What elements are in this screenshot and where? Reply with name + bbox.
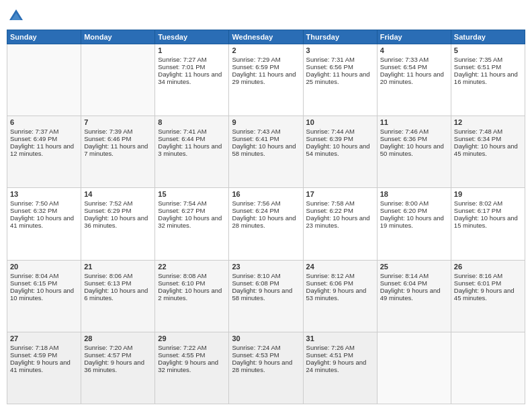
- sunrise: Sunrise: 7:44 AM: [306, 128, 355, 135]
- day-number: 2: [232, 46, 300, 54]
- sunrise: Sunrise: 7:35 AM: [454, 56, 502, 63]
- sunrise: Sunrise: 7:39 AM: [84, 128, 132, 135]
- calendar-cell: 10 Sunrise: 7:44 AM Sunset: 6:39 PM Dayl…: [303, 116, 377, 188]
- calendar-cell: 22 Sunrise: 8:08 AM Sunset: 6:10 PM Dayl…: [155, 260, 229, 332]
- daylight: Daylight: 9 hours and 45 minutes.: [454, 287, 515, 302]
- day-number: 1: [158, 46, 226, 54]
- sunset: Sunset: 4:51 PM: [306, 351, 353, 359]
- sunrise: Sunrise: 8:04 AM: [10, 272, 58, 279]
- calendar-cell: 17 Sunrise: 7:58 AM Sunset: 6:22 PM Dayl…: [303, 188, 377, 260]
- sunset: Sunset: 6:17 PM: [454, 207, 501, 214]
- daylight: Daylight: 10 hours and 2 minutes.: [158, 287, 222, 302]
- sunset: Sunset: 4:55 PM: [158, 351, 205, 359]
- sunset: Sunset: 6:46 PM: [84, 135, 131, 142]
- sunset: Sunset: 6:29 PM: [84, 207, 131, 214]
- day-number: 19: [454, 190, 522, 198]
- sunrise: Sunrise: 8:08 AM: [158, 272, 206, 279]
- col-saturday: Saturday: [451, 30, 525, 44]
- sunrise: Sunrise: 7:46 AM: [380, 128, 429, 135]
- header: [7, 7, 525, 26]
- sunrise: Sunrise: 8:10 AM: [232, 272, 280, 279]
- day-number: 15: [158, 190, 226, 198]
- calendar-cell: 6 Sunrise: 7:37 AM Sunset: 6:49 PM Dayli…: [7, 116, 81, 188]
- calendar-week-row: 20 Sunrise: 8:04 AM Sunset: 6:15 PM Dayl…: [7, 260, 525, 332]
- sunrise: Sunrise: 7:43 AM: [232, 128, 280, 135]
- page: Sunday Monday Tuesday Wednesday Thursday…: [0, 0, 532, 411]
- day-number: 6: [10, 118, 78, 126]
- col-wednesday: Wednesday: [229, 30, 303, 44]
- calendar-cell: [81, 44, 155, 116]
- sunset: Sunset: 4:59 PM: [10, 351, 57, 359]
- daylight: Daylight: 9 hours and 41 minutes.: [10, 359, 71, 373]
- calendar-cell: 31 Sunrise: 7:26 AM Sunset: 4:51 PM Dayl…: [303, 332, 377, 404]
- daylight: Daylight: 10 hours and 19 minutes.: [380, 214, 444, 229]
- sunset: Sunset: 6:20 PM: [380, 207, 427, 214]
- sunrise: Sunrise: 8:00 AM: [380, 199, 429, 207]
- calendar-cell: 1 Sunrise: 7:27 AM Sunset: 7:01 PM Dayli…: [155, 44, 229, 116]
- sunset: Sunset: 6:49 PM: [10, 135, 57, 142]
- sunrise: Sunrise: 7:41 AM: [158, 128, 206, 135]
- daylight: Daylight: 9 hours and 53 minutes.: [306, 287, 367, 302]
- col-monday: Monday: [81, 30, 155, 44]
- sunset: Sunset: 4:57 PM: [84, 351, 131, 359]
- day-number: 26: [454, 263, 522, 271]
- sunrise: Sunrise: 8:02 AM: [454, 199, 502, 207]
- daylight: Daylight: 10 hours and 41 minutes.: [10, 214, 74, 229]
- daylight: Daylight: 11 hours and 12 minutes.: [10, 142, 74, 157]
- logo-icon: [7, 7, 26, 26]
- daylight: Daylight: 11 hours and 7 minutes.: [84, 142, 148, 157]
- sunrise: Sunrise: 7:56 AM: [232, 199, 280, 207]
- calendar-cell: 5 Sunrise: 7:35 AM Sunset: 6:51 PM Dayli…: [451, 44, 525, 116]
- sunrise: Sunrise: 7:27 AM: [158, 56, 206, 63]
- calendar-cell: 8 Sunrise: 7:41 AM Sunset: 6:44 PM Dayli…: [155, 116, 229, 188]
- calendar-cell: [451, 332, 525, 404]
- sunset: Sunset: 4:53 PM: [232, 351, 279, 359]
- sunrise: Sunrise: 8:06 AM: [84, 272, 132, 279]
- daylight: Daylight: 11 hours and 34 minutes.: [158, 71, 222, 85]
- calendar-week-row: 27 Sunrise: 7:18 AM Sunset: 4:59 PM Dayl…: [7, 332, 525, 404]
- daylight: Daylight: 11 hours and 20 minutes.: [380, 71, 444, 85]
- calendar-cell: 29 Sunrise: 7:22 AM Sunset: 4:55 PM Dayl…: [155, 332, 229, 404]
- sunrise: Sunrise: 7:22 AM: [158, 344, 206, 351]
- daylight: Daylight: 10 hours and 6 minutes.: [84, 287, 148, 302]
- calendar-cell: 24 Sunrise: 8:12 AM Sunset: 6:06 PM Dayl…: [303, 260, 377, 332]
- col-tuesday: Tuesday: [155, 30, 229, 44]
- daylight: Daylight: 9 hours and 36 minutes.: [84, 359, 144, 373]
- day-number: 8: [158, 118, 226, 126]
- sunrise: Sunrise: 7:58 AM: [306, 199, 355, 207]
- calendar-cell: 25 Sunrise: 8:14 AM Sunset: 6:04 PM Dayl…: [377, 260, 451, 332]
- sunrise: Sunrise: 7:33 AM: [380, 56, 429, 63]
- calendar-cell: 11 Sunrise: 7:46 AM Sunset: 6:36 PM Dayl…: [377, 116, 451, 188]
- day-number: 27: [10, 334, 78, 342]
- calendar-cell: 13 Sunrise: 7:50 AM Sunset: 6:32 PM Dayl…: [7, 188, 81, 260]
- calendar-cell: 3 Sunrise: 7:31 AM Sunset: 6:56 PM Dayli…: [303, 44, 377, 116]
- calendar-cell: 7 Sunrise: 7:39 AM Sunset: 6:46 PM Dayli…: [81, 116, 155, 188]
- calendar-cell: 9 Sunrise: 7:43 AM Sunset: 6:41 PM Dayli…: [229, 116, 303, 188]
- sunrise: Sunrise: 7:24 AM: [232, 344, 280, 351]
- calendar-cell: 19 Sunrise: 8:02 AM Sunset: 6:17 PM Dayl…: [451, 188, 525, 260]
- calendar-week-row: 1 Sunrise: 7:27 AM Sunset: 7:01 PM Dayli…: [7, 44, 525, 116]
- day-number: 17: [306, 190, 374, 198]
- col-thursday: Thursday: [303, 30, 377, 44]
- day-number: 25: [380, 263, 448, 271]
- daylight: Daylight: 11 hours and 3 minutes.: [158, 142, 222, 157]
- day-number: 5: [454, 46, 522, 54]
- day-number: 4: [380, 46, 448, 54]
- daylight: Daylight: 10 hours and 58 minutes.: [232, 142, 296, 157]
- daylight: Daylight: 10 hours and 45 minutes.: [454, 142, 518, 157]
- calendar-cell: 26 Sunrise: 8:16 AM Sunset: 6:01 PM Dayl…: [451, 260, 525, 332]
- daylight: Daylight: 10 hours and 36 minutes.: [84, 214, 148, 229]
- day-number: 14: [84, 190, 152, 198]
- calendar-table: Sunday Monday Tuesday Wednesday Thursday…: [7, 30, 525, 404]
- sunset: Sunset: 6:27 PM: [158, 207, 205, 214]
- sunrise: Sunrise: 7:52 AM: [84, 199, 132, 207]
- day-number: 30: [232, 334, 300, 342]
- sunset: Sunset: 6:06 PM: [306, 279, 353, 287]
- calendar-cell: 16 Sunrise: 7:56 AM Sunset: 6:24 PM Dayl…: [229, 188, 303, 260]
- sunset: Sunset: 7:01 PM: [158, 63, 205, 71]
- sunrise: Sunrise: 7:20 AM: [84, 344, 132, 351]
- sunrise: Sunrise: 7:18 AM: [10, 344, 58, 351]
- daylight: Daylight: 10 hours and 28 minutes.: [232, 214, 296, 229]
- daylight: Daylight: 9 hours and 49 minutes.: [380, 287, 441, 302]
- sunrise: Sunrise: 7:48 AM: [454, 128, 502, 135]
